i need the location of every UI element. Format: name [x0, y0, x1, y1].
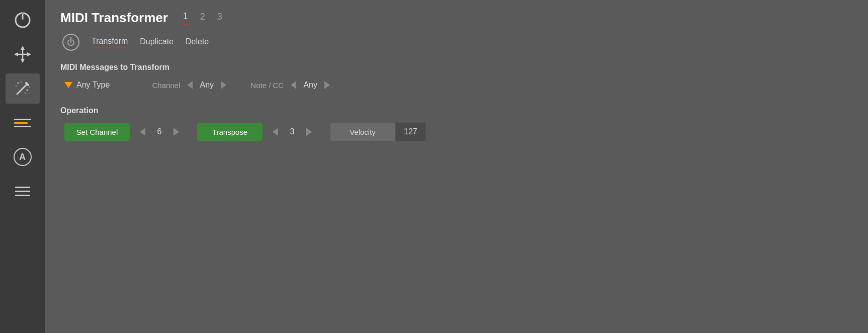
svg-point-15 [29, 87, 30, 88]
circle-power-icon [13, 11, 32, 30]
sidebar-item-hamburger[interactable] [6, 176, 40, 206]
app-title: MIDI Transformer [60, 10, 168, 26]
main-content: MIDI Transformer 1 2 3 Transform Duplica… [45, 0, 868, 333]
channel-label: Channel [152, 81, 180, 90]
lines-icon [14, 119, 31, 127]
transpose-decrement-button[interactable] [271, 126, 280, 138]
type-label: Any Type [76, 80, 110, 90]
note-cc-value-group: Any [289, 79, 332, 91]
tab-1[interactable]: 1 [183, 11, 188, 25]
svg-marker-5 [21, 46, 25, 50]
tab-3[interactable]: 3 [217, 12, 222, 24]
svg-point-11 [17, 82, 19, 84]
svg-point-13 [21, 81, 22, 82]
sidebar-item-lines[interactable] [6, 108, 40, 138]
set-channel-left-arrow-icon [140, 128, 145, 136]
velocity-value: 127 [395, 122, 426, 141]
wand-icon [13, 79, 32, 98]
set-channel-value-group: 6 [138, 126, 181, 138]
set-channel-button[interactable]: Set Channel [64, 123, 130, 141]
header-row: MIDI Transformer 1 2 3 [60, 10, 853, 26]
svg-point-16 [25, 93, 26, 94]
channel-increment-button[interactable] [219, 79, 228, 91]
svg-rect-2 [22, 14, 23, 20]
operation-section: Operation Set Channel 6 Transpose 3 [60, 106, 853, 141]
note-cc-increment-button[interactable] [322, 79, 332, 91]
tab-numbers: 1 2 3 [183, 11, 222, 25]
toolbar-row: Transform Duplicate Delete [60, 34, 853, 51]
set-channel-right-arrow-icon [173, 128, 179, 136]
sidebar: A [0, 0, 45, 333]
svg-marker-6 [21, 59, 25, 63]
delete-button[interactable]: Delete [186, 37, 209, 48]
velocity-label: Velocity [330, 123, 395, 141]
sidebar-item-arrows[interactable] [6, 39, 40, 69]
hamburger-icon [15, 187, 30, 196]
note-cc-right-arrow-icon [324, 81, 330, 89]
transpose-increment-button[interactable] [304, 126, 314, 138]
transpose-left-arrow-icon [273, 128, 278, 136]
transpose-right-arrow-icon [306, 128, 312, 136]
sidebar-item-wand[interactable] [6, 73, 40, 104]
svg-point-14 [26, 90, 28, 91]
svg-marker-8 [27, 52, 31, 56]
transform-button[interactable]: Transform [92, 37, 128, 48]
transpose-button[interactable]: Transpose [197, 123, 263, 141]
arrows-cross-icon [13, 45, 32, 64]
midi-messages-row: Any Type Channel Any Note / CC [60, 79, 853, 91]
type-selector[interactable]: Any Type [64, 80, 110, 90]
set-channel-value: 6 [150, 127, 168, 136]
note-cc-label: Note / CC [250, 81, 284, 90]
svg-point-12 [16, 86, 17, 87]
operation-section-label: Operation [60, 106, 853, 115]
channel-left-arrow-icon [187, 81, 193, 89]
set-channel-increment-button[interactable] [171, 126, 181, 138]
duplicate-button[interactable]: Duplicate [140, 37, 173, 48]
tab-2[interactable]: 2 [200, 12, 205, 24]
note-cc-decrement-button[interactable] [289, 79, 298, 91]
note-cc-group: Note / CC Any [250, 79, 332, 91]
svg-line-10 [26, 83, 28, 85]
power-toggle-button[interactable] [62, 34, 79, 51]
channel-right-arrow-icon [221, 81, 226, 89]
set-channel-decrement-button[interactable] [138, 126, 147, 138]
channel-value: Any [198, 80, 216, 90]
velocity-box: Velocity 127 [330, 122, 426, 141]
letter-a-icon: A [14, 148, 32, 166]
transpose-value: 3 [283, 127, 301, 136]
note-cc-value: Any [301, 80, 319, 90]
transpose-value-group: 3 [271, 126, 314, 138]
midi-messages-section: MIDI Messages to Transform Any Type Chan… [60, 63, 853, 106]
channel-group: Channel Any [152, 79, 228, 91]
operation-row: Set Channel 6 Transpose 3 [60, 122, 853, 141]
sidebar-item-power[interactable] [6, 5, 40, 35]
svg-marker-7 [14, 52, 18, 56]
channel-decrement-button[interactable] [185, 79, 195, 91]
svg-line-9 [17, 84, 27, 94]
type-dropdown-icon [64, 82, 72, 88]
midi-section-label: MIDI Messages to Transform [60, 63, 853, 72]
sidebar-item-letter-a[interactable]: A [6, 142, 40, 172]
channel-value-group: Any [185, 79, 228, 91]
note-cc-left-arrow-icon [291, 81, 296, 89]
